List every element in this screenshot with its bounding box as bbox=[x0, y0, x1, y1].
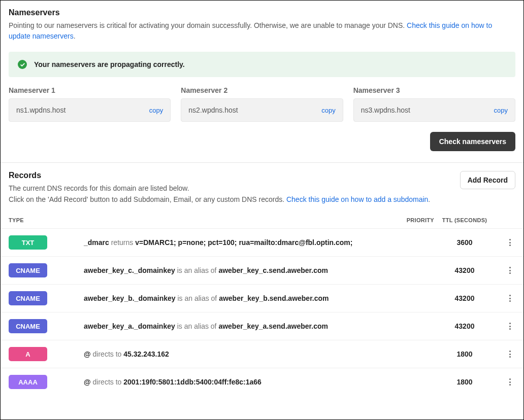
record-value: v=DMARC1; p=none; pct=100; rua=mailto:dm… bbox=[135, 238, 352, 247]
kebab-menu-icon[interactable] bbox=[504, 237, 515, 248]
records-line2-prefix: Click on the 'Add Record' button to add … bbox=[9, 195, 286, 203]
record-type-badge: CNAME bbox=[9, 263, 47, 277]
nameserver-2-box: ns2.wpdns.host copy bbox=[181, 98, 343, 122]
record-type-cell: TXT bbox=[9, 235, 66, 250]
kebab-menu-icon[interactable] bbox=[504, 293, 515, 304]
nameserver-fields: Nameserver 1 ns1.wpdns.host copy Nameser… bbox=[9, 86, 515, 122]
record-row: CNAMEaweber_key_a._domainkey is an alias… bbox=[1, 312, 523, 340]
record-ttl: 3600 bbox=[434, 238, 495, 247]
nameservers-desc-suffix: . bbox=[74, 32, 76, 40]
nameserver-2-copy[interactable]: copy bbox=[321, 107, 335, 114]
record-verb: is an alias of bbox=[175, 322, 219, 330]
header-ttl: TTL (SECONDS) bbox=[434, 217, 495, 223]
record-type-cell: CNAME bbox=[9, 263, 66, 277]
record-type-badge: A bbox=[9, 347, 47, 361]
record-ttl: 43200 bbox=[434, 294, 495, 302]
record-type-cell: A bbox=[9, 347, 66, 361]
record-verb: is an alias of bbox=[175, 266, 219, 274]
record-verb: returns bbox=[109, 238, 135, 247]
record-ttl: 1800 bbox=[434, 350, 495, 358]
record-type-badge: CNAME bbox=[9, 319, 47, 333]
record-value: aweber_key_b.send.aweber.com bbox=[219, 294, 329, 302]
record-actions bbox=[495, 376, 515, 388]
record-ttl: 43200 bbox=[434, 266, 495, 274]
header-priority: PRIORITY bbox=[388, 217, 434, 223]
record-content: aweber_key_b._domainkey is an alias of a… bbox=[66, 294, 388, 302]
nameserver-2-value: ns2.wpdns.host bbox=[188, 106, 238, 114]
nameservers-alert: Your nameservers are propagating correct… bbox=[9, 52, 515, 77]
header-type: TYPE bbox=[9, 217, 66, 223]
record-value: 2001:19f0:5801:1ddb:5400:04ff:fe8c:1a66 bbox=[123, 378, 261, 386]
record-ttl: 1800 bbox=[434, 378, 495, 386]
nameserver-1-box: ns1.wpdns.host copy bbox=[9, 98, 171, 122]
record-row: A@ directs to 45.32.243.1621800 bbox=[1, 340, 523, 368]
record-row: CNAMEaweber_key_c._domainkey is an alias… bbox=[1, 256, 523, 284]
record-actions bbox=[495, 293, 515, 304]
record-content: _dmarc returns v=DMARC1; p=none; pct=100… bbox=[66, 238, 388, 247]
record-value: aweber_key_c.send.aweber.com bbox=[218, 266, 328, 274]
nameserver-3-box: ns3.wpdns.host copy bbox=[353, 98, 515, 122]
record-type-cell: CNAME bbox=[9, 291, 66, 305]
nameserver-3-copy[interactable]: copy bbox=[494, 107, 508, 114]
record-actions bbox=[495, 321, 515, 332]
record-name: _dmarc bbox=[84, 238, 109, 247]
header-actions bbox=[495, 217, 515, 223]
record-actions bbox=[495, 348, 515, 360]
record-content: aweber_key_a._domainkey is an alias of a… bbox=[66, 322, 388, 330]
nameserver-3-value: ns3.wpdns.host bbox=[361, 106, 410, 114]
record-type-badge: TXT bbox=[9, 235, 47, 250]
records-guide-link[interactable]: Check this guide on how to add a subdoma… bbox=[286, 195, 428, 203]
nameserver-3-label: Nameserver 3 bbox=[353, 86, 515, 94]
record-verb: directs to bbox=[91, 350, 124, 358]
records-table-body: TXT_dmarc returns v=DMARC1; p=none; pct=… bbox=[1, 228, 523, 396]
kebab-menu-icon[interactable] bbox=[504, 321, 515, 332]
nameserver-2-label: Nameserver 2 bbox=[181, 86, 343, 94]
nameserver-1-value: ns1.wpdns.host bbox=[16, 106, 66, 114]
record-name: @ bbox=[84, 350, 91, 358]
record-ttl: 43200 bbox=[434, 322, 495, 330]
records-table-header: TYPE PRIORITY TTL (SECONDS) bbox=[1, 211, 523, 228]
nameservers-alert-text: Your nameservers are propagating correct… bbox=[34, 60, 185, 68]
record-content: @ directs to 45.32.243.162 bbox=[66, 350, 388, 358]
nameserver-2: Nameserver 2 ns2.wpdns.host copy bbox=[181, 86, 343, 122]
record-type-cell: CNAME bbox=[9, 319, 66, 333]
records-line1: The current DNS records for this domain … bbox=[9, 183, 430, 194]
record-value: 45.32.243.162 bbox=[123, 350, 169, 358]
nameservers-desc-text: Pointing to our nameservers is critical … bbox=[9, 21, 407, 29]
header-content bbox=[66, 217, 388, 223]
records-header-text: Records The current DNS records for this… bbox=[9, 171, 430, 205]
nameservers-description: Pointing to our nameservers is critical … bbox=[9, 20, 515, 42]
kebab-menu-icon[interactable] bbox=[504, 348, 515, 360]
nameserver-1-copy[interactable]: copy bbox=[149, 107, 163, 114]
record-row: AAAA@ directs to 2001:19f0:5801:1ddb:540… bbox=[1, 368, 523, 396]
record-name: @ bbox=[84, 378, 91, 386]
record-content: aweber_key_c._domainkey is an alias of a… bbox=[66, 266, 388, 274]
record-name: aweber_key_a._domainkey bbox=[84, 322, 175, 330]
record-verb: directs to bbox=[91, 378, 124, 386]
check-nameservers-button[interactable]: Check nameservers bbox=[430, 132, 515, 151]
nameservers-section: Nameservers Pointing to our nameservers … bbox=[1, 1, 523, 162]
nameservers-title: Nameservers bbox=[9, 8, 515, 17]
nameserver-1-label: Nameserver 1 bbox=[9, 86, 171, 94]
kebab-menu-icon[interactable] bbox=[504, 265, 515, 276]
record-value: aweber_key_a.send.aweber.com bbox=[218, 322, 328, 330]
record-type-badge: AAAA bbox=[9, 375, 47, 389]
record-row: TXT_dmarc returns v=DMARC1; p=none; pct=… bbox=[1, 228, 523, 256]
records-title: Records bbox=[9, 171, 430, 180]
check-circle-icon bbox=[18, 60, 27, 69]
record-content: @ directs to 2001:19f0:5801:1ddb:5400:04… bbox=[66, 378, 388, 386]
nameserver-3: Nameserver 3 ns3.wpdns.host copy bbox=[353, 86, 515, 122]
record-row: CNAMEaweber_key_b._domainkey is an alias… bbox=[1, 284, 523, 312]
record-actions bbox=[495, 237, 515, 248]
record-actions bbox=[495, 265, 515, 276]
records-line2-suffix: . bbox=[428, 195, 430, 203]
kebab-menu-icon[interactable] bbox=[504, 376, 515, 388]
record-name: aweber_key_c._domainkey bbox=[84, 266, 175, 274]
check-nameservers-row: Check nameservers bbox=[9, 132, 515, 162]
record-verb: is an alias of bbox=[176, 294, 219, 302]
record-type-badge: CNAME bbox=[9, 291, 47, 305]
records-header: Records The current DNS records for this… bbox=[1, 163, 523, 211]
add-record-button[interactable]: Add Record bbox=[460, 171, 515, 189]
nameserver-1: Nameserver 1 ns1.wpdns.host copy bbox=[9, 86, 171, 122]
records-line2: Click on the 'Add Record' button to add … bbox=[9, 194, 430, 205]
